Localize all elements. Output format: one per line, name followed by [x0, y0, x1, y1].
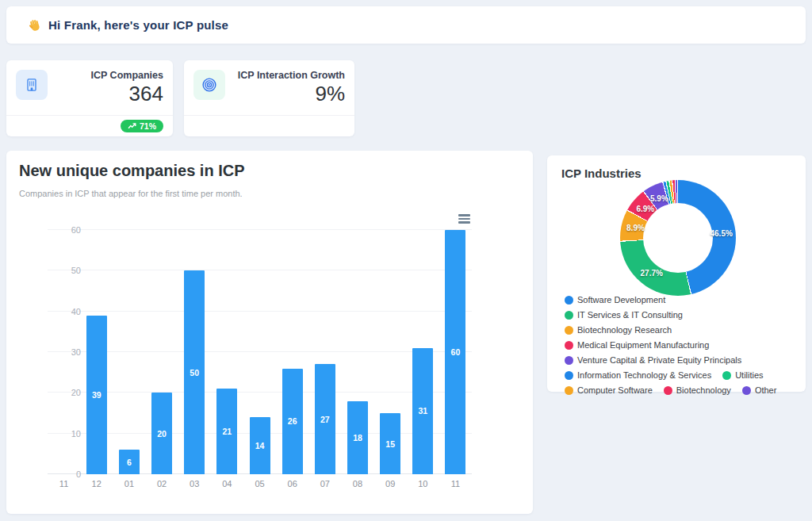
bar[interactable]: 18	[347, 401, 368, 474]
legend-dot	[565, 356, 573, 365]
legend-label: Utilities	[735, 370, 763, 380]
x-tick-label: 05	[243, 479, 276, 488]
bar-column: 18	[341, 230, 373, 474]
x-tick-label: 10	[407, 479, 439, 488]
x-tick-label: 12	[80, 479, 113, 488]
greeting-bar: Hi Frank, here's your ICP pulse	[6, 6, 806, 44]
bar-value-label: 14	[255, 441, 265, 450]
bar-value-label: 50	[190, 368, 199, 377]
x-tick-label: 02	[145, 479, 178, 488]
legend-item[interactable]: Computer Software	[565, 385, 653, 395]
donut-chart[interactable]: 46.5%27.7%8.9%6.9%5.9%	[620, 180, 736, 296]
bar[interactable]: 20	[151, 393, 172, 474]
legend-label: Other	[755, 385, 777, 395]
x-tick-label: 03	[178, 479, 211, 488]
bar-plot: 010203040506039620502114262718153160	[48, 230, 472, 474]
bar-value-label: 26	[288, 416, 297, 426]
bar[interactable]: 21	[216, 389, 237, 474]
legend-label: Biotechnology	[676, 385, 731, 395]
stat-label: ICP Companies	[91, 70, 163, 81]
donut-chart-title: ICP Industries	[561, 167, 642, 180]
legend-label: Biotechnology Research	[577, 325, 672, 335]
legend-label: IT Services & IT Consulting	[577, 310, 683, 320]
bar-column: 60	[439, 230, 472, 474]
legend-item[interactable]: Software Development	[565, 295, 665, 305]
bar-value-label: 31	[418, 406, 427, 416]
stat-value: 9%	[238, 82, 345, 105]
legend-label: Software Development	[577, 295, 665, 305]
legend-item[interactable]: Biotechnology Research	[565, 325, 672, 335]
greeting-text: Hi Frank, here's your ICP pulse	[48, 18, 228, 32]
bar-value-label: 60	[451, 347, 461, 357]
bar[interactable]: 50	[184, 270, 205, 474]
legend-dot	[722, 371, 731, 380]
legend-item[interactable]: Utilities	[722, 370, 763, 380]
bar-column: 27	[308, 230, 341, 474]
bar[interactable]: 39	[86, 316, 107, 474]
growth-badge: 71%	[121, 120, 163, 133]
stat-card-icp-interaction-growth: ICP Interaction Growth 9%	[184, 60, 354, 136]
stat-card-icp-companies: ICP Companies 364 71%	[6, 60, 173, 136]
x-tick-label: 08	[341, 479, 373, 488]
bar-value-label: 39	[92, 390, 102, 400]
slice-percent-label: 8.9%	[626, 224, 645, 232]
x-tick-label: 07	[308, 479, 341, 488]
slice-percent-label: 6.9%	[636, 205, 654, 213]
bar-column: 50	[178, 230, 211, 474]
chart-menu-icon[interactable]	[458, 214, 470, 225]
target-icon	[193, 70, 225, 100]
bar[interactable]: 26	[282, 369, 303, 474]
x-tick-label: 11	[48, 479, 80, 488]
slice-percent-label: 5.9%	[650, 194, 668, 203]
bar[interactable]: 15	[380, 413, 400, 474]
bar-column: 21	[211, 230, 243, 474]
legend-dot	[565, 341, 573, 350]
x-tick-label: 06	[276, 479, 308, 488]
bar-column: 14	[243, 230, 276, 474]
legend-item[interactable]: Medical Equipment Manufacturing	[565, 340, 709, 350]
wave-icon	[27, 18, 41, 33]
bar-chart-title: New unique companies in ICP	[19, 162, 245, 180]
legend-label: Information Technology & Services	[577, 370, 711, 380]
x-tick-label: 11	[439, 479, 472, 488]
bar-column: 31	[407, 230, 439, 474]
slice-percent-label: 27.7%	[641, 268, 663, 277]
donut-legend: Software DevelopmentIT Services & IT Con…	[565, 295, 793, 395]
bar-column	[48, 230, 80, 474]
legend-label: Venture Capital & Private Equity Princip…	[577, 355, 741, 365]
bar[interactable]: 27	[315, 364, 335, 474]
bar-value-label: 21	[223, 427, 232, 436]
donut-hole	[643, 203, 713, 273]
bar[interactable]: 60	[445, 230, 465, 474]
x-tick-label: 01	[113, 479, 145, 488]
bar-column: 15	[374, 230, 407, 474]
legend-item[interactable]: Biotechnology	[664, 385, 731, 395]
building-icon	[16, 70, 48, 100]
bar-column: 20	[145, 230, 178, 474]
legend-label: Computer Software	[577, 385, 653, 395]
slice-percent-label: 46.5%	[710, 228, 732, 237]
bar-chart-card: New unique companies in ICP Companies in…	[6, 151, 533, 514]
bar-value-label: 6	[127, 458, 132, 467]
bar-value-label: 15	[385, 439, 395, 449]
legend-item[interactable]: Other	[742, 385, 777, 395]
bar[interactable]: 31	[412, 348, 433, 474]
bar-column: 6	[113, 230, 145, 474]
bar[interactable]: 6	[119, 450, 140, 474]
legend-dot	[664, 386, 672, 395]
legend-item[interactable]: IT Services & IT Consulting	[565, 310, 683, 320]
bar-x-axis: 11120102030405060708091011	[48, 479, 472, 488]
legend-item[interactable]: Information Technology & Services	[565, 370, 711, 380]
bar-value-label: 27	[320, 415, 330, 424]
bar-value-label: 18	[353, 433, 362, 442]
legend-label: Medical Equipment Manufacturing	[577, 340, 709, 350]
bar-column: 26	[276, 230, 308, 474]
legend-dot	[742, 386, 751, 395]
legend-dot	[565, 326, 573, 335]
legend-item[interactable]: Venture Capital & Private Equity Princip…	[565, 355, 741, 365]
donut-chart-card: ICP Industries 46.5%27.7%8.9%6.9%5.9% So…	[547, 155, 806, 392]
legend-dot	[565, 296, 573, 305]
bar[interactable]: 14	[250, 417, 270, 474]
growth-badge-value: 71%	[140, 122, 156, 131]
legend-dot	[565, 371, 573, 380]
